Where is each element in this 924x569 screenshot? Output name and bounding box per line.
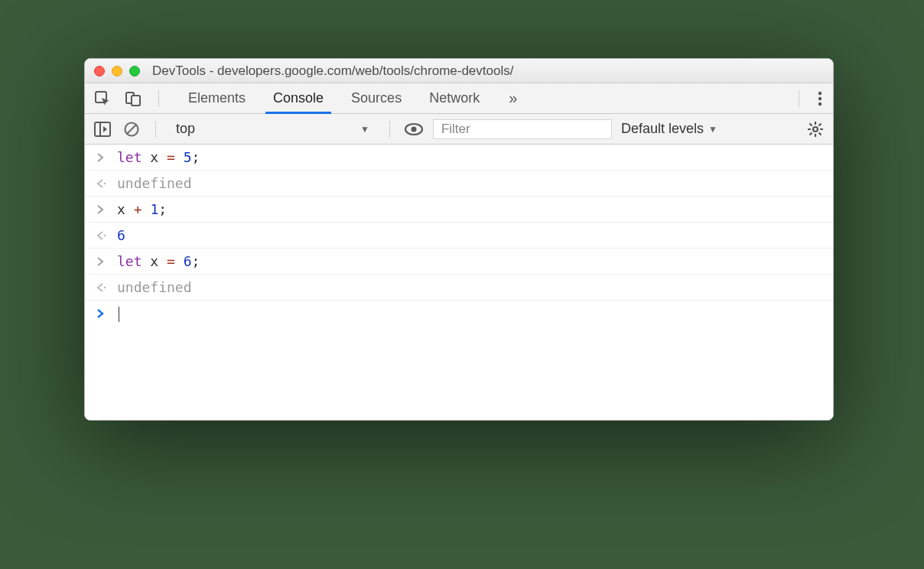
output-chevron-icon <box>96 230 106 241</box>
svg-point-5 <box>818 102 822 105</box>
console-filter-input[interactable] <box>433 119 612 139</box>
console-output-row: undefined <box>85 171 833 197</box>
svg-line-18 <box>819 132 822 135</box>
tab-network[interactable]: Network <box>415 83 493 113</box>
tab-label: Network <box>429 90 480 106</box>
svg-point-4 <box>818 96 822 99</box>
toggle-sidebar-icon[interactable] <box>93 119 112 139</box>
more-tabs-button[interactable]: » <box>504 89 522 107</box>
tab-sources[interactable]: Sources <box>337 83 415 113</box>
divider <box>389 121 390 138</box>
panel-tabs: Elements Console Sources Network <box>174 83 493 113</box>
svg-point-11 <box>411 126 416 132</box>
svg-point-22 <box>104 234 106 236</box>
console-output-value: 6 <box>117 227 125 243</box>
devtools-tabs-bar: Elements Console Sources Network » <box>85 83 833 114</box>
console-prompt-row[interactable] <box>85 301 833 327</box>
output-chevron-icon <box>96 178 106 189</box>
svg-rect-6 <box>95 122 110 136</box>
chevron-down-icon: ▼ <box>708 124 717 135</box>
console-prompt-input[interactable] <box>117 305 119 322</box>
overflow-glyph: » <box>509 89 517 106</box>
live-expression-icon[interactable] <box>404 119 424 139</box>
inspect-element-icon[interactable] <box>93 89 112 109</box>
input-chevron-icon <box>96 256 106 267</box>
console-input-code: x + 1; <box>117 201 167 217</box>
devtools-window: DevTools - developers.google.com/web/too… <box>84 58 834 421</box>
svg-point-21 <box>104 182 106 184</box>
output-chevron-icon <box>96 282 106 293</box>
input-chevron-icon <box>96 152 106 163</box>
console-output-value: undefined <box>117 279 192 295</box>
minimize-window-button[interactable] <box>112 66 122 76</box>
context-label: top <box>176 121 195 137</box>
prompt-chevron-icon <box>96 308 106 319</box>
levels-label: Default levels <box>621 121 704 137</box>
tab-console[interactable]: Console <box>259 83 337 113</box>
divider <box>155 121 156 138</box>
console-input-row: x + 1; <box>85 197 833 223</box>
svg-point-12 <box>813 127 818 132</box>
svg-line-17 <box>810 123 812 125</box>
zoom-window-button[interactable] <box>129 66 140 76</box>
tab-label: Elements <box>188 90 246 106</box>
console-output-row: undefined <box>85 275 833 301</box>
console-settings-icon[interactable] <box>805 119 825 139</box>
svg-line-9 <box>127 125 136 134</box>
svg-line-20 <box>810 132 812 135</box>
console-input-code: let x = 6; <box>117 253 200 269</box>
svg-point-23 <box>104 286 106 288</box>
window-title: DevTools - developers.google.com/web/too… <box>152 63 513 79</box>
console-output-row: 6 <box>85 223 833 249</box>
traffic-lights <box>94 66 140 76</box>
log-levels-selector[interactable]: Default levels ▼ <box>621 121 717 137</box>
kebab-menu-icon[interactable] <box>815 90 825 107</box>
svg-line-19 <box>819 123 822 125</box>
console-output[interactable]: let x = 5;undefinedx + 1;6let x = 6;unde… <box>85 145 833 420</box>
svg-rect-2 <box>132 96 140 106</box>
console-input-row: let x = 6; <box>85 249 833 275</box>
svg-point-3 <box>818 91 822 94</box>
divider <box>799 90 799 107</box>
device-toggle-icon[interactable] <box>123 89 143 109</box>
clear-console-icon[interactable] <box>122 119 142 139</box>
console-toolbar: top ▼ Default levels ▼ <box>85 114 833 145</box>
close-window-button[interactable] <box>94 66 105 76</box>
tab-label: Sources <box>351 90 402 106</box>
console-input-code: let x = 5; <box>117 149 200 165</box>
window-titlebar: DevTools - developers.google.com/web/too… <box>85 59 833 83</box>
console-input-row: let x = 5; <box>85 145 833 171</box>
input-chevron-icon <box>96 204 106 215</box>
execution-context-selector[interactable]: top ▼ <box>170 121 376 137</box>
console-output-value: undefined <box>117 175 192 191</box>
chevron-down-icon: ▼ <box>360 124 369 135</box>
divider <box>158 90 159 107</box>
tab-elements[interactable]: Elements <box>174 83 259 113</box>
tab-label: Console <box>273 90 324 106</box>
